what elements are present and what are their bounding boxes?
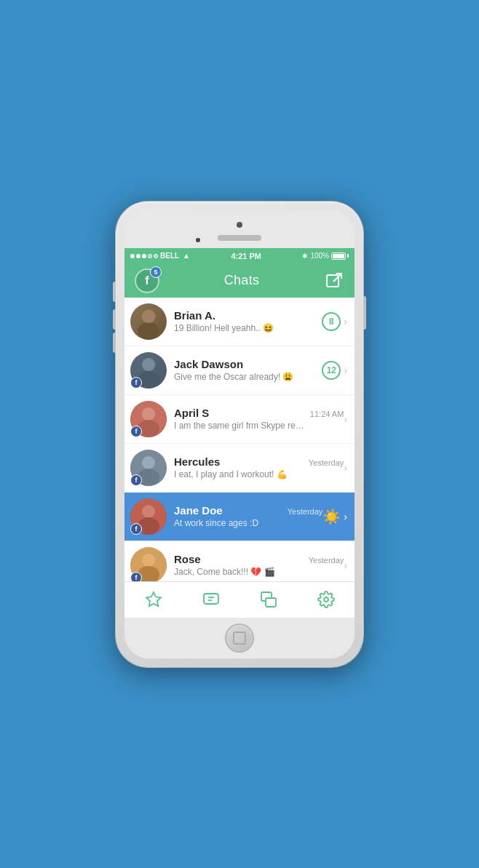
signal-dot-4: [148, 254, 152, 258]
chat-preview: Jack, Come back!!! 💔 🎬: [174, 567, 305, 577]
chat-header: Hercules Yesterday: [174, 455, 344, 468]
chat-item[interactable]: f Hercules Yesterday I eat, I play and I…: [124, 444, 355, 493]
battery-tip: [347, 254, 349, 258]
status-bar: BELL ▲ 4:21 PM ✱ 100%: [124, 248, 355, 264]
unread-badge: 8: [322, 312, 341, 331]
speaker: [218, 235, 261, 241]
chevron-icon: ›: [344, 560, 347, 570]
chat-name: April S: [174, 407, 209, 419]
chat-name: Rose: [174, 553, 201, 565]
screen: BELL ▲ 4:21 PM ✱ 100%: [124, 248, 355, 618]
camera: [237, 222, 242, 228]
avatar-wrap: f: [130, 352, 167, 389]
avatar-wrap: [130, 303, 167, 340]
nav-bar: f 5 Chats: [124, 264, 355, 298]
tab-chats[interactable]: [239, 582, 297, 618]
chat-content: Hercules Yesterday I eat, I play and I w…: [174, 455, 344, 479]
battery-icon: [331, 252, 349, 260]
wifi-icon: ▲: [183, 252, 190, 260]
signal-dot-2: [136, 254, 140, 258]
chat-item[interactable]: f Jack Dawson Give me the Oscar already!…: [124, 346, 355, 395]
chevron-icon: ›: [344, 365, 347, 375]
chat-item[interactable]: f April S 11:24 AM I am the same girl fr…: [124, 395, 355, 444]
top-bezel: [124, 210, 355, 248]
chat-preview: I am the same girl frm Skype redesign!: [174, 421, 305, 431]
messages-icon: [202, 591, 220, 608]
chat-content: Rose Yesterday Jack, Come back!!! 💔 🎬: [174, 553, 344, 577]
svg-point-9: [142, 407, 155, 421]
settings-icon: [317, 591, 335, 608]
home-button[interactable]: [225, 624, 254, 653]
chat-list: Brian A. 19 Billion! Hell yeahh.. 😆 8 ›: [124, 298, 355, 581]
chat-right: ›: [344, 414, 347, 424]
svg-rect-0: [327, 275, 339, 287]
tab-settings[interactable]: [297, 582, 355, 618]
svg-rect-27: [204, 594, 218, 604]
chat-right: 12 ›: [322, 361, 347, 380]
chat-right: 8 ›: [322, 312, 347, 331]
battery-percent: 100%: [310, 252, 329, 260]
chat-item[interactable]: f Rose Yesterday Jack, Come back!!! 💔 🎬 …: [124, 541, 355, 581]
tab-bar: [124, 581, 355, 618]
phone-inner: BELL ▲ 4:21 PM ✱ 100%: [124, 210, 355, 658]
chat-right: ☀️ ›: [322, 508, 347, 525]
chat-name: Hercules: [174, 455, 220, 468]
phone-frame: BELL ▲ 4:21 PM ✱ 100%: [116, 202, 363, 667]
status-left: BELL ▲: [130, 252, 190, 260]
chat-item[interactable]: Brian A. 19 Billion! Hell yeahh.. 😆 8 ›: [124, 298, 355, 346]
compose-icon: [326, 273, 342, 289]
chat-right: ›: [344, 560, 347, 570]
chat-preview: 19 Billion! Hell yeahh.. 😆: [174, 323, 305, 333]
chat-time: Yesterday: [309, 458, 344, 467]
facebook-badge: f: [130, 572, 142, 581]
svg-point-15: [142, 505, 155, 518]
chevron-icon: ›: [344, 316, 347, 327]
chevron-icon: ›: [344, 463, 347, 473]
chat-name: Brian A.: [174, 309, 215, 322]
chat-item-active[interactable]: f Jane Doe Yesterday At work since ages …: [124, 493, 355, 541]
signal-dot-5: [154, 254, 158, 258]
chat-time: Yesterday: [309, 556, 344, 565]
bluetooth-icon: ✱: [302, 252, 308, 260]
svg-point-4: [142, 310, 155, 323]
tab-messages[interactable]: [182, 582, 239, 618]
status-emoji: ☀️: [322, 508, 341, 525]
svg-point-18: [142, 554, 155, 567]
battery-fill: [333, 254, 344, 258]
facebook-badge: f: [130, 523, 142, 535]
avatar-wrap: f: [130, 498, 167, 535]
chevron-icon: ›: [344, 414, 347, 424]
svg-point-3: [138, 322, 159, 340]
front-camera: [196, 238, 200, 242]
notification-badge: 5: [150, 266, 162, 278]
chat-content: Brian A. 19 Billion! Hell yeahh.. 😆: [174, 309, 322, 333]
status-time: 4:21 PM: [231, 252, 261, 260]
status-right: ✱ 100%: [302, 252, 349, 260]
svg-rect-31: [266, 598, 276, 607]
bottom-bezel: [124, 618, 355, 658]
favorites-icon: [145, 591, 162, 608]
chat-name: Jack Dawson: [174, 358, 243, 370]
chat-time: 11:24 AM: [310, 410, 344, 418]
chats-icon: [260, 591, 277, 608]
avatar-wrap: f: [130, 450, 167, 486]
nav-logo[interactable]: f 5: [135, 268, 159, 293]
chat-preview: Give me the Oscar already! 😩: [174, 372, 305, 382]
facebook-icon: f: [145, 274, 149, 287]
avatar: [130, 303, 167, 340]
chat-header: Jane Doe Yesterday: [174, 504, 322, 517]
chevron-icon: ›: [344, 511, 347, 522]
chat-content: Jane Doe Yesterday At work since ages :D: [174, 504, 322, 528]
svg-point-7: [142, 358, 155, 371]
chat-preview: At work since ages :D: [174, 518, 305, 528]
chat-preview: I eat, I play and I workout! 💪: [174, 469, 305, 479]
tab-favorites[interactable]: [124, 582, 182, 618]
compose-button[interactable]: [324, 271, 344, 291]
facebook-badge: f: [130, 377, 142, 389]
chat-content: April S 11:24 AM I am the same girl frm …: [174, 407, 344, 431]
carrier-label: BELL: [160, 252, 179, 260]
chat-content: Jack Dawson Give me the Oscar already! 😩: [174, 358, 322, 382]
chat-header: Rose Yesterday: [174, 553, 344, 565]
facebook-badge: f: [130, 426, 142, 437]
chat-name: Jane Doe: [174, 504, 223, 517]
